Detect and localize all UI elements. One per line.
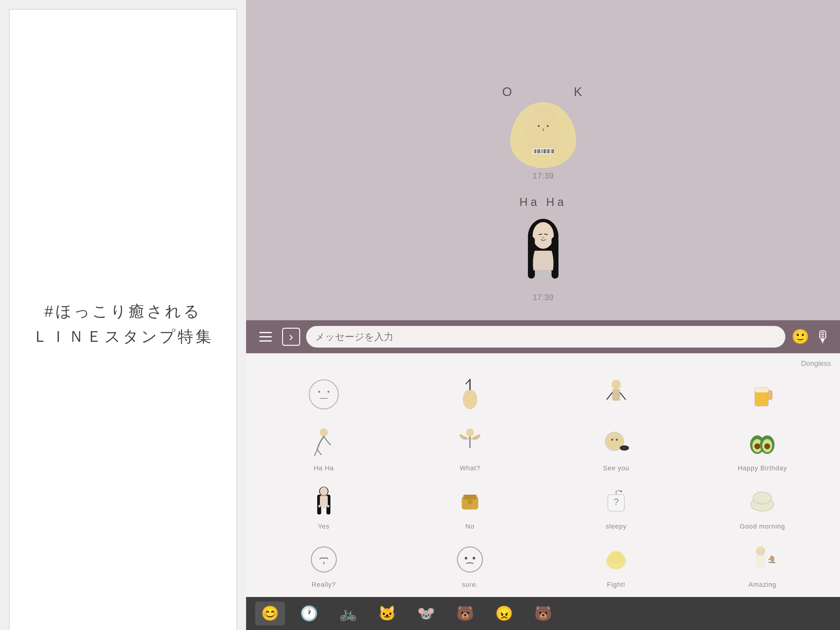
- svg-line-90: [769, 562, 775, 563]
- sticker-cell-yes[interactable]: Yes: [252, 477, 395, 533]
- svg-point-2: [547, 125, 549, 127]
- sticker-flex-img: [450, 423, 489, 463]
- tab-bear2-icon: 🐻: [534, 605, 552, 622]
- sticker-label-what: What?: [460, 464, 480, 472]
- svg-rect-40: [612, 389, 620, 401]
- svg-line-47: [314, 450, 317, 456]
- sticker-cell-avocado[interactable]: Happy Birthday: [691, 419, 834, 475]
- text-line1: #ほっこり癒される: [44, 303, 202, 320]
- svg-point-70: [467, 499, 473, 505]
- svg-point-66: [322, 506, 325, 508]
- svg-point-49: [466, 429, 474, 436]
- tab-mouse-icon: 🐭: [417, 605, 435, 622]
- ok-sticker: O K: [264, 85, 822, 181]
- tab-bicycle-icon: 🚲: [339, 605, 357, 622]
- sticker-goodmorning-img: [743, 482, 782, 521]
- svg-point-51: [611, 439, 613, 441]
- svg-point-27: [542, 237, 544, 238]
- sticker-cell-no[interactable]: No: [398, 477, 542, 533]
- sticker-cell-fight[interactable]: Fight!: [545, 536, 688, 591]
- svg-point-67: [327, 505, 330, 508]
- sticker-cell-sleepy[interactable]: ? sleepy: [545, 477, 688, 533]
- sticker-label-no: No: [466, 523, 474, 531]
- sticker-label-fight: Fight!: [607, 581, 625, 589]
- svg-point-78: [457, 547, 483, 572]
- svg-rect-69: [463, 495, 477, 500]
- sticker-cell-face[interactable]: [252, 371, 395, 416]
- sticker-sleepy-img: ?: [597, 482, 636, 521]
- sticker-label-haha: Ha Ha: [314, 464, 334, 472]
- svg-text:?: ?: [614, 497, 619, 507]
- sticker-cell-beer[interactable]: [691, 371, 834, 416]
- sticker-cell-dance[interactable]: Ha Ha: [252, 419, 395, 475]
- sticker-think-img: [597, 423, 636, 463]
- svg-line-26: [545, 234, 547, 235]
- chevron-right-button[interactable]: ›: [282, 328, 300, 346]
- sticker-cell-sure[interactable]: sure.: [398, 536, 542, 591]
- svg-point-76: [311, 547, 336, 572]
- svg-point-46: [320, 429, 327, 436]
- ok-label-o: O: [502, 85, 514, 99]
- sticker-cell-really[interactable]: Really?: [252, 536, 395, 591]
- sticker-cell-amazing[interactable]: Amazing: [691, 536, 834, 591]
- tab-recent-icon: 🕐: [300, 605, 318, 622]
- tab-cat[interactable]: 🐱: [372, 602, 402, 625]
- sticker-no-img: [450, 482, 489, 521]
- sticker-cell-person1[interactable]: [545, 371, 688, 416]
- tab-bicycle[interactable]: 🚲: [333, 602, 363, 625]
- sticker-person1-img: [597, 375, 636, 414]
- svg-line-41: [607, 393, 612, 399]
- svg-point-75: [753, 492, 772, 504]
- svg-rect-44: [768, 390, 772, 400]
- svg-point-22: [532, 222, 553, 249]
- sticker-label-amazing: Amazing: [748, 581, 776, 589]
- left-panel-content: #ほっこり癒される ＬＩＮＥスタンプ特集: [32, 299, 214, 349]
- svg-point-61: [320, 487, 327, 496]
- sticker-avocado-img: [743, 423, 782, 463]
- sticker-label-goodmorning: Good morning: [740, 523, 785, 531]
- hamburger-icon: [259, 332, 272, 341]
- sticker-sure-img: [450, 540, 489, 579]
- input-bar: › 🙂 🎙: [246, 320, 840, 353]
- tab-mouse[interactable]: 🐭: [411, 602, 441, 625]
- message-input[interactable]: [306, 326, 785, 347]
- sticker-label-yes: Yes: [318, 523, 330, 531]
- tab-recent[interactable]: 🕐: [294, 602, 324, 625]
- svg-line-42: [620, 393, 625, 399]
- svg-rect-45: [755, 388, 768, 392]
- sticker-cell-goodmorning[interactable]: Good morning: [691, 477, 834, 533]
- svg-rect-87: [756, 556, 766, 567]
- tab-angry-icon: 😠: [495, 605, 513, 622]
- microphone-button[interactable]: 🎙: [815, 328, 831, 346]
- ok-labels: O K: [502, 85, 584, 99]
- haha-sticker-image: [507, 215, 579, 290]
- sticker-label-seeyou: See you: [603, 464, 629, 472]
- sticker-label-really: Really?: [311, 581, 336, 589]
- svg-point-39: [612, 380, 621, 389]
- svg-point-34: [327, 391, 330, 393]
- svg-point-59: [764, 443, 771, 449]
- tab-emoji-icon: 😊: [261, 605, 279, 622]
- sticker-cell-flex[interactable]: What?: [398, 419, 542, 475]
- sticker-yes-img: [304, 482, 343, 521]
- haha-timestamp: 17:39: [532, 293, 553, 302]
- sticker-grid: Ha Ha What?: [252, 371, 834, 591]
- woman-svg: [507, 215, 579, 290]
- tab-bear2[interactable]: 🐻: [528, 602, 558, 625]
- tab-bear1[interactable]: 🐻: [450, 602, 480, 625]
- sticker-label-happybday: Happy Birthday: [738, 464, 787, 472]
- left-panel: #ほっこり癒される ＬＩＮＥスタンプ特集: [9, 9, 237, 630]
- sticker-cell-point[interactable]: [398, 371, 542, 416]
- tab-angry[interactable]: 😠: [489, 602, 519, 625]
- sticker-point-img: [450, 375, 489, 414]
- sticker-cell-think[interactable]: See you: [545, 419, 688, 475]
- tab-emoji[interactable]: 😊: [255, 602, 285, 625]
- emoji-button[interactable]: 🙂: [791, 328, 809, 345]
- sticker-dance-img: [304, 423, 343, 463]
- sticker-label-sleepy: sleepy: [606, 523, 627, 531]
- hamburger-menu-button[interactable]: [255, 326, 276, 347]
- sticker-fight-img: [597, 540, 636, 579]
- svg-point-53: [620, 445, 629, 451]
- svg-point-32: [309, 380, 338, 409]
- svg-point-73: [620, 490, 622, 493]
